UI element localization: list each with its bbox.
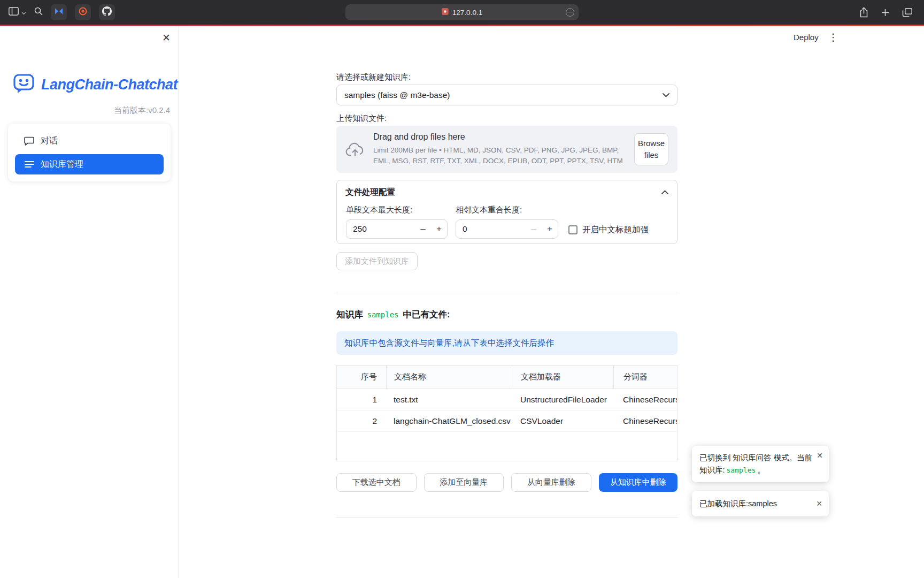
chat-icon bbox=[24, 136, 34, 146]
kb-select-value: samples (faiss @ m3e-base) bbox=[344, 90, 450, 100]
upload-label: 上传知识文件: bbox=[336, 113, 387, 124]
url-text: 127.0.0.1 bbox=[452, 9, 482, 17]
bowtie-icon bbox=[55, 7, 63, 17]
table-header: 序号 bbox=[337, 366, 386, 389]
toolbar-left bbox=[9, 4, 115, 20]
files-table: 序号 文档名称 文档加载器 分词器 1 test.txt Unstructure… bbox=[336, 365, 677, 461]
address-bar-content: 127.0.0.1 bbox=[442, 7, 482, 17]
version-label: 当前版本:v0.2.4 bbox=[114, 105, 170, 116]
cell-loader: UnstructuredFileLoader bbox=[512, 389, 613, 410]
knowledge-base-icon bbox=[24, 161, 34, 168]
content-column: 请选择或新建知识库: samples (faiss @ m3e-base) 上传… bbox=[336, 26, 677, 578]
uploader-hint: Limit 200MB per file • HTML, MD, JSON, C… bbox=[373, 145, 629, 166]
address-bar[interactable]: 127.0.0.1 ⋯ bbox=[345, 4, 579, 20]
sidebar-close-button[interactable]: ✕ bbox=[162, 33, 171, 43]
cell-doc-name: langchain-ChatGLM_closed.csv bbox=[386, 410, 512, 431]
chevron-down-icon bbox=[663, 93, 669, 97]
add-to-vector-store-button[interactable]: 添加至向量库 bbox=[424, 473, 504, 492]
pinned-app-button-3[interactable] bbox=[99, 4, 115, 20]
table-row[interactable]: 1 test.txt UnstructuredFileLoader Chines… bbox=[337, 389, 677, 410]
menu-item-label: 知识库管理 bbox=[41, 159, 83, 170]
checkbox-box[interactable] bbox=[568, 225, 578, 234]
uploader-texts: Drag and drop files here Limit 200MB per… bbox=[373, 132, 629, 166]
kb-name-code: samples bbox=[367, 310, 399, 319]
new-tab-icon[interactable] bbox=[881, 9, 889, 17]
overlap-label: 相邻文本重合长度: bbox=[456, 205, 558, 215]
main-menu-icon[interactable]: ⋮ bbox=[828, 31, 838, 43]
toast-text: 已切换到 知识库问答 模式。当前知识库: bbox=[699, 453, 812, 474]
plus-stepper[interactable]: + bbox=[542, 224, 558, 234]
close-icon[interactable]: ✕ bbox=[817, 452, 823, 459]
divider bbox=[336, 517, 677, 518]
sidebar-toggle-button[interactable] bbox=[9, 7, 26, 18]
plus-stepper[interactable]: + bbox=[431, 224, 447, 234]
browser-toolbar: 127.0.0.1 ⋯ bbox=[0, 0, 924, 25]
browse-files-button[interactable]: Browse files bbox=[634, 133, 668, 165]
table-header: 文档名称 bbox=[386, 366, 512, 389]
cell-index: 1 bbox=[337, 389, 386, 410]
table-header: 分词器 bbox=[613, 366, 677, 389]
info-box: 知识库中包含源文件与向量库,请从下表中选择文件后操作 bbox=[336, 331, 677, 355]
files-heading-prefix: 知识库 bbox=[336, 309, 363, 321]
page: 127.0.0.1 ⋯ ✕ LangChain-Chatchat 当前版本:v0… bbox=[0, 0, 924, 578]
langchain-chatchat-logo-icon bbox=[13, 73, 36, 96]
chunk-size-field: 单段文本最大长度: 250 – + bbox=[346, 205, 448, 239]
github-icon bbox=[102, 6, 112, 18]
record-icon bbox=[79, 7, 87, 18]
kb-select-label: 请选择或新建知识库: bbox=[336, 72, 411, 82]
cell-loader: CSVLoader bbox=[512, 410, 613, 431]
delete-from-kb-button[interactable]: 从知识库中删除 bbox=[599, 473, 678, 492]
minus-stepper[interactable]: – bbox=[526, 224, 542, 234]
chevron-down-icon bbox=[21, 7, 26, 17]
overlap-value: 0 bbox=[456, 224, 526, 234]
file-uploader-dropzone[interactable]: Drag and drop files here Limit 200MB per… bbox=[336, 126, 677, 173]
pinned-app-button-1[interactable] bbox=[51, 4, 67, 20]
table-header-row: 序号 文档名称 文档加载器 分词器 bbox=[337, 366, 677, 389]
deploy-button[interactable]: Deploy bbox=[794, 33, 819, 42]
cloud-upload-icon bbox=[345, 142, 365, 157]
sidebar-menu: 对话 知识库管理 bbox=[8, 124, 171, 181]
table-actions: 下载选中文档 添加至向量库 从向量库删除 从知识库中删除 bbox=[336, 473, 677, 492]
share-icon[interactable] bbox=[859, 7, 868, 18]
cell-index: 2 bbox=[337, 410, 386, 431]
expander-title: 文件处理配置 bbox=[345, 187, 395, 198]
chunk-size-label: 单段文本最大长度: bbox=[346, 205, 448, 215]
overlap-field: 相邻文本重合长度: 0 – + bbox=[456, 205, 558, 239]
streamlit-decoration-bar bbox=[0, 25, 924, 26]
menu-item-kb-management[interactable]: 知识库管理 bbox=[15, 154, 164, 174]
close-icon[interactable]: ✕ bbox=[816, 500, 822, 507]
toast-mode-switched: 已切换到 知识库问答 模式。当前知识库:samples。 ✕ bbox=[692, 446, 829, 482]
toast-text: 。 bbox=[757, 466, 765, 474]
chunk-size-value: 250 bbox=[346, 224, 415, 234]
divider bbox=[336, 293, 677, 293]
brand: LangChain-Chatchat bbox=[13, 73, 178, 96]
expander-header[interactable]: 文件处理配置 bbox=[337, 180, 677, 204]
page-menu-icon[interactable]: ⋯ bbox=[566, 8, 574, 17]
table-row[interactable]: 2 langchain-ChatGLM_closed.csv CSVLoader… bbox=[337, 410, 677, 432]
download-selected-button[interactable]: 下载选中文档 bbox=[336, 473, 417, 492]
minus-stepper[interactable]: – bbox=[415, 224, 431, 234]
zh-title-checkbox[interactable]: 开启中文标题加强 bbox=[568, 220, 649, 239]
overlap-input[interactable]: 0 – + bbox=[456, 219, 558, 239]
tabs-overview-icon[interactable] bbox=[902, 8, 912, 17]
files-heading: 知识库 samples 中已有文件: bbox=[336, 309, 450, 321]
files-heading-suffix: 中已有文件: bbox=[403, 309, 450, 321]
chunk-size-input[interactable]: 250 – + bbox=[346, 219, 448, 239]
toast-kb-loaded: 已加载知识库:samples ✕ bbox=[692, 491, 829, 516]
table-header: 文档加载器 bbox=[512, 366, 613, 389]
pinned-app-button-2[interactable] bbox=[75, 4, 91, 20]
toolbar-right bbox=[859, 7, 915, 18]
checkbox-label: 开启中文标题加强 bbox=[582, 224, 649, 235]
brand-title: LangChain-Chatchat bbox=[41, 77, 178, 93]
streamlit-toolbar: Deploy ⋮ bbox=[794, 31, 838, 43]
kb-select[interactable]: samples (faiss @ m3e-base) bbox=[336, 85, 677, 105]
search-icon bbox=[34, 7, 43, 18]
menu-item-dialogue[interactable]: 对话 bbox=[15, 131, 164, 151]
kb-name-code: samples bbox=[727, 466, 756, 474]
chevron-up-icon bbox=[661, 190, 668, 194]
add-files-button[interactable]: 添加文件到知识库 bbox=[336, 252, 418, 270]
search-button[interactable] bbox=[34, 7, 43, 18]
site-favicon-icon bbox=[442, 7, 449, 17]
cell-splitter: ChineseRecursiveT bbox=[613, 410, 677, 431]
delete-from-vector-store-button[interactable]: 从向量库删除 bbox=[511, 473, 591, 492]
